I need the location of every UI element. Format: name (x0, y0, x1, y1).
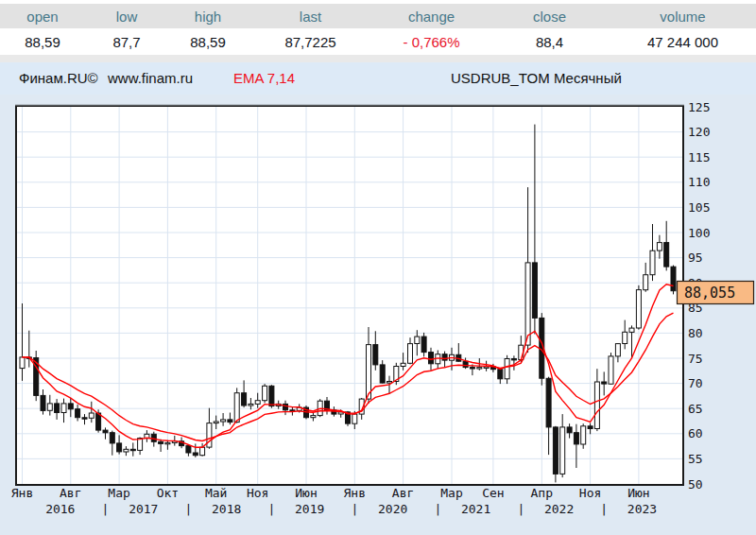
brand-label: Финам.RU© (19, 70, 98, 86)
month-tick-label: Мар (440, 486, 463, 500)
y-tick-label: 55 (688, 452, 703, 466)
x-axis-labels: ЯнвАвгМарОктМайНояИюнЯнвАвгМарСенАпрНояИ… (11, 486, 657, 516)
year-label: 2016 (45, 502, 75, 516)
chart-section: 12512011511010510095908580757065605550Ян… (0, 95, 756, 535)
y-tick-label: 125 (688, 100, 710, 114)
y-tick-label: 120 (688, 125, 710, 139)
y-tick-label: 65 (688, 402, 703, 416)
y-tick-label: 80 (688, 326, 703, 340)
value-volume: 47 244 000 (610, 34, 756, 50)
month-tick-label: Сен (482, 486, 504, 500)
month-tick-label: Ноя (579, 486, 601, 500)
year-separator: | (600, 502, 608, 516)
value-high: 88,59 (168, 34, 248, 50)
year-label: 2023 (627, 502, 657, 516)
year-separator: | (351, 502, 358, 516)
y-tick-label: 75 (688, 352, 703, 366)
y-tick-label: 95 (688, 250, 703, 265)
year-separator: | (184, 502, 192, 516)
year-separator: | (434, 502, 441, 516)
ema-indicator-label: EMA 7,14 (233, 70, 295, 86)
value-open: 88,59 (0, 34, 85, 50)
instrument-title: USDRUB_TOM Месячный (451, 70, 622, 86)
site-link[interactable]: www.finam.ru (108, 70, 193, 86)
month-tick-label: Авг (60, 486, 81, 500)
y-tick-label: 115 (688, 150, 710, 164)
header-open: open (0, 9, 85, 25)
price-marker-value: 88,055 (684, 285, 735, 302)
year-separator: | (102, 502, 110, 516)
year-label: 2021 (461, 502, 490, 516)
year-label: 2022 (544, 502, 574, 516)
header-high: high (168, 9, 248, 25)
month-tick-label: Июн (295, 486, 317, 500)
month-tick-label: Май (205, 486, 227, 500)
value-low: 87,7 (85, 34, 168, 50)
value-last: 87,7225 (248, 34, 373, 50)
month-tick-label: Мар (108, 486, 130, 500)
month-tick-label: Июн (627, 486, 649, 500)
year-label: 2017 (129, 502, 158, 516)
quote-table-header: open low high last change close volume (0, 4, 756, 28)
y-tick-label: 105 (688, 200, 710, 215)
month-tick-label: Янв (344, 486, 366, 500)
header-close: close (490, 9, 610, 25)
year-label: 2019 (295, 502, 324, 516)
header-last: last (248, 9, 373, 25)
y-tick-label: 70 (688, 376, 703, 390)
header-low: low (85, 9, 168, 25)
y-tick-label: 50 (688, 477, 703, 492)
y-tick-label: 110 (688, 175, 710, 189)
y-tick-label: 60 (688, 426, 703, 440)
quote-table-values: 88,59 87,7 88,59 87,7225 - 0,766% 88,4 4… (0, 28, 756, 55)
month-tick-label: Ноя (247, 486, 268, 500)
month-tick-label: Авг (392, 486, 414, 500)
year-separator: | (517, 502, 524, 516)
year-separator: | (267, 502, 275, 516)
month-tick-label: Апр (531, 486, 554, 500)
divider (0, 55, 756, 62)
year-label: 2018 (212, 502, 241, 516)
value-close: 88,4 (490, 34, 610, 50)
info-bar: Финам.RU© www.finam.ru EMA 7,14 USDRUB_T… (0, 62, 756, 95)
price-chart[interactable]: 12512011511010510095908580757065605550Ян… (0, 95, 756, 535)
header-volume: volume (610, 9, 756, 25)
month-tick-label: Янв (11, 486, 33, 500)
y-tick-label: 100 (688, 226, 710, 240)
header-change: change (373, 9, 490, 25)
value-change: - 0,766% (373, 34, 490, 50)
month-tick-label: Окт (157, 486, 179, 500)
price-marker: 88,055 (678, 282, 754, 304)
year-label: 2020 (378, 502, 407, 516)
